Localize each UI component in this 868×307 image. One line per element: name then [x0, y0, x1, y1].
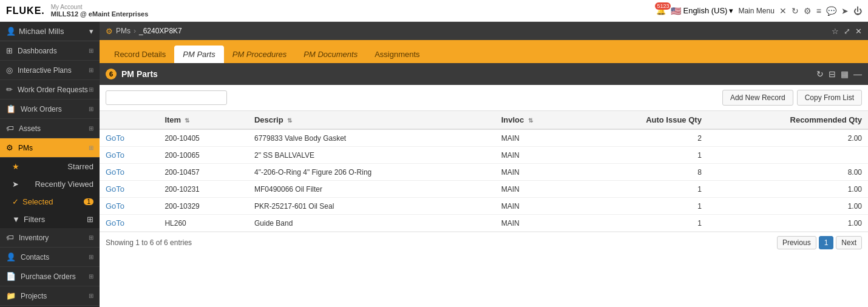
col-auto-issue-qty[interactable]: Auto Issue Qty — [578, 111, 708, 129]
expand-icon-4: ⊞ — [89, 106, 93, 112]
star-action-icon[interactable]: ☆ — [832, 27, 839, 36]
sidebar-label-wo: Work Orders — [21, 105, 62, 113]
user-icon: 👤 — [6, 27, 16, 36]
sidebar-label-projects: Projects — [21, 292, 47, 300]
main-wrapper: 👤 Michael Mills ▾ ⊞ Dashboards ⊞ ◎ Inter… — [0, 22, 868, 307]
col-recommended-qty[interactable]: Recommended Qty — [708, 111, 868, 129]
pagination-bar: Showing 1 to 6 of 6 entries Previous 1 N… — [100, 232, 868, 253]
col-descrip[interactable]: Descrip ⇅ — [248, 111, 495, 129]
sidebar-user[interactable]: 👤 Michael Mills ▾ — [0, 22, 100, 41]
map-icon: ◎ — [6, 66, 13, 75]
menu-icon[interactable]: ≡ — [816, 6, 821, 16]
goto-link-0[interactable]: GoTo — [106, 133, 124, 143]
goto-link-2[interactable]: GoTo — [106, 167, 124, 177]
item-cell-4: 200-10329 — [158, 198, 248, 215]
recommended-qty-cell-1 — [708, 147, 868, 164]
sidebar-label-assets: Assets — [19, 124, 41, 133]
descrip-cell-4: PKR-25217-601 Oil Seal — [248, 198, 495, 215]
sidebar-item-purchase-orders[interactable]: 📄 Purchase Orders ⊞ — [0, 267, 100, 286]
goto-cell-4: GoTo — [100, 198, 158, 215]
user-chevron-icon: ▾ — [89, 27, 93, 36]
starred-label: Starred — [67, 162, 93, 171]
columns-icon[interactable]: ⊟ — [829, 69, 836, 79]
col-item[interactable]: Item ⇅ — [158, 111, 248, 129]
minimize-icon[interactable]: — — [853, 69, 862, 79]
sidebar-sub-filters[interactable]: ▼ Filters ⊞ — [0, 211, 100, 228]
header-right: 🔔 5123 🇺🇸 English (US) ▾ Main Menu ✕ ↻ ⚙… — [656, 6, 862, 16]
add-new-record-button[interactable]: Add New Record — [722, 90, 793, 106]
pm-parts-header-actions: ↻ ⊟ ▦ — — [816, 69, 862, 79]
auto-issue-qty-cell-3: 1 — [578, 181, 708, 198]
expand-icon-con: ⊞ — [89, 254, 93, 260]
main-menu-label[interactable]: Main Menu — [738, 7, 774, 15]
sidebar-item-dashboards[interactable]: ⊞ Dashboards ⊞ — [0, 41, 100, 61]
sidebar-item-work-order-requests[interactable]: ✏ Work Order Requests ⊞ — [0, 80, 100, 100]
chevron-down-icon: ▾ — [729, 6, 733, 15]
refresh-icon[interactable]: ↻ — [792, 6, 799, 16]
dashboard-icon: ⊞ — [6, 46, 13, 55]
navigation-icon[interactable]: ➤ — [841, 6, 849, 16]
descrip-cell-0: 6779833 Valve Body Gasket — [248, 129, 495, 147]
sidebar-item-interactive-plans[interactable]: ◎ Interactive Plans ⊞ — [0, 61, 100, 80]
star-icon: ★ — [12, 162, 19, 171]
page-1-button[interactable]: 1 — [819, 236, 834, 249]
item-cell-0: 200-10405 — [158, 129, 248, 147]
sidebar-item-inventory[interactable]: 🏷 Inventory ⊞ — [0, 228, 100, 248]
col-invloc[interactable]: Invloc ⇅ — [495, 111, 578, 129]
next-page-button[interactable]: Next — [836, 236, 862, 249]
goto-link-3[interactable]: GoTo — [106, 184, 124, 194]
tab-pm-procedures[interactable]: PM Procedures — [224, 46, 296, 63]
breadcrumb-pms[interactable]: PMs — [116, 27, 131, 35]
filter-icon: ▼ — [12, 215, 20, 224]
sidebar-label-po: Purchase Orders — [21, 272, 76, 281]
table-row: GoTo 200-10231 MF0490066 Oil Filter MAIN… — [100, 181, 868, 198]
sidebar-item-assets[interactable]: 🏷 Assets ⊞ — [0, 119, 100, 138]
previous-page-button[interactable]: Previous — [777, 236, 816, 249]
pagination-controls: Previous 1 Next — [777, 236, 862, 249]
goto-link-1[interactable]: GoTo — [106, 150, 124, 160]
sort-item-icon: ⇅ — [185, 117, 189, 124]
selected-badge: 1 — [84, 198, 93, 205]
table-row: GoTo HL260 Guide Band MAIN 1 1.00 — [100, 215, 868, 232]
descrip-cell-1: 2" SS BALLVALVE — [248, 147, 495, 164]
sidebar-sub-recently-viewed[interactable]: ➤ Recently Viewed — [0, 175, 100, 193]
sidebar-sub-selected[interactable]: ✓ Selected 1 — [0, 193, 100, 211]
chat-icon[interactable]: 💬 — [826, 6, 836, 16]
expand-icon-po: ⊞ — [89, 273, 93, 280]
expand-action-icon[interactable]: ⤢ — [844, 27, 850, 36]
grid-icon[interactable]: ▦ — [841, 69, 849, 79]
tab-assignments[interactable]: Assignments — [366, 46, 428, 63]
tab-record-details[interactable]: Record Details — [106, 46, 174, 63]
language-selector[interactable]: 🇺🇸 English (US) ▾ — [671, 6, 733, 16]
copy-from-list-button[interactable]: Copy From List — [797, 90, 862, 106]
sidebar-sub-starred[interactable]: ★ Starred — [0, 158, 100, 175]
projects-icon: 📁 — [6, 291, 16, 300]
tab-pm-parts[interactable]: PM Parts — [174, 46, 223, 63]
close-icon[interactable]: ✕ — [779, 6, 787, 16]
breadcrumb-record: _6240XP8K7 — [139, 27, 182, 35]
invloc-cell-1: MAIN — [495, 147, 578, 164]
power-icon[interactable]: ⏻ — [853, 6, 862, 16]
table-header-row: Item ⇅ Descrip ⇅ Invloc ⇅ Auto Issue Q — [100, 111, 868, 129]
close-action-icon[interactable]: ✕ — [855, 27, 862, 36]
expand-icon-5: ⊞ — [89, 125, 93, 132]
settings-icon[interactable]: ⚙ — [804, 6, 812, 16]
sidebar-item-contacts[interactable]: 👤 Contacts ⊞ — [0, 248, 100, 267]
sidebar-label-dashboards: Dashboards — [18, 47, 57, 55]
descrip-cell-2: 4"-206-O-Ring 4" Figure 206 O-Ring — [248, 164, 495, 181]
recommended-qty-cell-4: 1.00 — [708, 198, 868, 215]
refresh-table-icon[interactable]: ↻ — [816, 69, 824, 79]
recently-viewed-label: Recently Viewed — [35, 180, 93, 189]
sidebar-item-work-orders[interactable]: 📋 Work Orders ⊞ — [0, 100, 100, 119]
tab-pm-documents[interactable]: PM Documents — [295, 46, 366, 63]
invloc-cell-4: MAIN — [495, 198, 578, 215]
tabs-bar: Record Details PM Parts PM Procedures PM… — [100, 40, 868, 63]
notification-bell[interactable]: 🔔 5123 — [656, 6, 666, 15]
goto-link-5[interactable]: GoTo — [106, 218, 124, 228]
auto-issue-qty-cell-0: 2 — [578, 129, 708, 147]
sidebar-item-pms[interactable]: ⚙ PMs ⊞ — [0, 138, 100, 158]
sidebar-item-projects[interactable]: 📁 Projects ⊞ — [0, 286, 100, 306]
search-input[interactable] — [106, 90, 227, 105]
goto-link-4[interactable]: GoTo — [106, 201, 124, 211]
pm-parts-section-header: 6 PM Parts ↻ ⊟ ▦ — — [100, 63, 868, 85]
